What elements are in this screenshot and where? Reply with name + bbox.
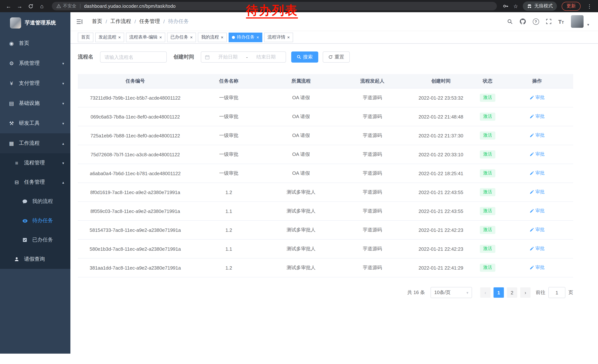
sidebar-item-task-management[interactable]: ⊟ 任务管理 ▴ [0,173,70,192]
approve-link[interactable]: 审批 [530,170,545,177]
approve-link[interactable]: 审批 [530,227,545,233]
user-avatar[interactable] [571,15,583,28]
tab-todo-tasks[interactable]: 待办任务 × [229,32,262,42]
page-size-select[interactable]: 10条/页 ▾ [431,287,472,298]
tab-label: 待办任务 [237,34,255,40]
sidebar-item-label: 研发工具 [19,120,40,127]
sidebar-item-payment-management[interactable]: ¥ 支付管理 ▾ [0,73,70,93]
sidebar-item-leave-query[interactable]: 请假查询 [0,250,70,269]
address-bar[interactable]: 不安全 dashboard.yudao.iocoder.cn/bpm/task/… [52,2,497,10]
approve-link[interactable]: 审批 [530,265,545,271]
question-mark: ? [533,18,539,25]
sidebar-item-todo-tasks[interactable]: 待办任务 [0,211,70,230]
cell-created: 2022-01-21 22:43:55 [407,202,474,220]
approve-link[interactable]: 审批 [530,95,545,101]
breadcrumb-task-management[interactable]: 任务管理 [139,18,160,25]
password-key-icon[interactable] [503,3,508,9]
github-icon[interactable] [520,18,526,24]
range-separator: - [246,54,248,60]
tab-label: 首页 [81,34,90,40]
approve-link[interactable]: 审批 [530,132,545,139]
tools-icon: ⚒ [8,120,15,126]
sidebar-item-workflow[interactable]: ▦ 工作流程 ▴ [0,133,70,153]
table-row: 73211d9d-7b9b-11ec-b5b7-acde48001122 一级审… [78,88,573,107]
breadcrumb-home[interactable]: 首页 [92,18,102,25]
tab-form-edit[interactable]: 流程表单-编辑 × [126,32,165,42]
status-badge: 激活 [480,188,495,196]
approve-link[interactable]: 审批 [530,189,545,195]
avatar-caret-icon[interactable]: ▾ [587,23,589,27]
table-row: 8f0d1619-7ac8-11ec-a9e2-a2380e71991a 1.2… [78,183,573,202]
close-icon[interactable]: × [287,35,290,40]
approve-link[interactable]: 审批 [530,113,545,120]
tab-start-process[interactable]: 发起流程 × [95,32,124,42]
page-button-1[interactable]: 1 [493,287,504,298]
cell-process: 测试多审批人 [265,258,337,277]
bookmark-star-icon[interactable]: ☆ [513,3,518,9]
date-range-picker[interactable]: 开始日期 - 结束日期 [201,51,286,63]
sidebar-menu: ◉ 首页 ⚙ 系统管理 ▾ ¥ 支付管理 ▾ ▤ 基础设施 ▾ [0,33,70,269]
goto-suffix: 页 [568,289,573,296]
close-icon[interactable]: × [256,35,259,40]
cell-actions: 审批 [501,88,573,107]
cell-task-name: 一级审批 [193,88,265,107]
browser-chrome: ← → ⌂ 不安全 dashboard.yudao.iocoder.cn/bpm… [0,0,598,12]
sidebar-item-system-management[interactable]: ⚙ 系统管理 ▾ [0,53,70,73]
browser-reload-button[interactable] [25,0,36,12]
cell-actions: 审批 [501,126,573,145]
approve-link[interactable]: 审批 [530,208,545,214]
sidebar-item-my-processes[interactable]: 我的流程 [0,192,70,211]
fullscreen-icon[interactable] [546,19,551,24]
close-icon[interactable]: × [221,35,224,40]
browser-menu-icon[interactable]: ⋮ [585,3,594,9]
tab-done-tasks[interactable]: 已办任务 × [167,32,196,42]
approve-link-label: 审批 [535,95,545,101]
font-size-icon[interactable]: TT [558,19,564,24]
browser-back-button[interactable]: ← [3,0,14,12]
browser-home-button[interactable]: ⌂ [36,0,47,12]
search-button[interactable]: 搜索 [291,51,318,63]
sidebar-item-dev-tools[interactable]: ⚒ 研发工具 ▾ [0,113,70,133]
task-list-icon: ⊟ [13,179,20,185]
sidebar-collapse-button[interactable] [77,19,83,24]
tab-home[interactable]: 首页 [78,32,93,42]
sidebar-item-infrastructure[interactable]: ▤ 基础设施 ▾ [0,93,70,113]
close-icon[interactable]: × [190,35,193,40]
page-button-2[interactable]: 2 [507,287,517,298]
table-header-row: 任务编号 任务名称 所属流程 流程发起人 创建时间 状态 操作 [78,74,573,88]
close-icon[interactable]: × [159,35,162,40]
browser-update-button[interactable]: 更新 [562,2,581,11]
prev-page-button[interactable]: ‹ [480,287,490,298]
close-icon[interactable]: × [118,35,121,40]
status-badge: 激活 [480,131,495,139]
search-icon[interactable] [507,19,513,24]
cell-task-name: 一级审批 [193,126,265,145]
search-button-label: 搜索 [303,54,313,60]
goto-page-input[interactable] [548,287,565,298]
browser-forward-button[interactable]: → [14,0,25,12]
cell-initiator: 芋道源码 [337,126,407,145]
sidebar-item-done-tasks[interactable]: 已办任务 [0,230,70,250]
cell-actions: 审批 [501,202,573,220]
help-icon[interactable]: ? [533,18,539,25]
incognito-icon [527,4,532,9]
page-number: 2 [511,290,513,295]
process-name-input[interactable] [100,51,167,63]
breadcrumb-workflow[interactable]: 工作流程 [110,18,131,25]
next-page-button[interactable]: › [520,287,531,298]
approve-link[interactable]: 审批 [530,246,545,252]
sidebar-item-process-management[interactable]: ≡ 流程管理 ▾ [0,153,70,173]
process-list-icon: ≡ [13,160,20,166]
approve-link-label: 审批 [535,208,545,214]
sidebar-item-home[interactable]: ◉ 首页 [0,33,70,53]
pencil-icon [530,228,534,232]
column-task-name: 任务名称 [193,74,265,88]
status-badge: 激活 [480,150,495,158]
tab-process-detail[interactable]: 流程详情 × [264,32,293,42]
sidebar: 芋道管理系统 ◉ 首页 ⚙ 系统管理 ▾ ¥ 支付管理 ▾ ▤ [0,12,70,354]
warning-icon [56,4,61,8]
approve-link[interactable]: 审批 [530,151,545,158]
cell-created: 2022-01-22 21:48:48 [407,107,474,126]
reset-button[interactable]: 重置 [323,51,350,63]
tab-my-processes[interactable]: 我的流程 × [198,32,227,42]
